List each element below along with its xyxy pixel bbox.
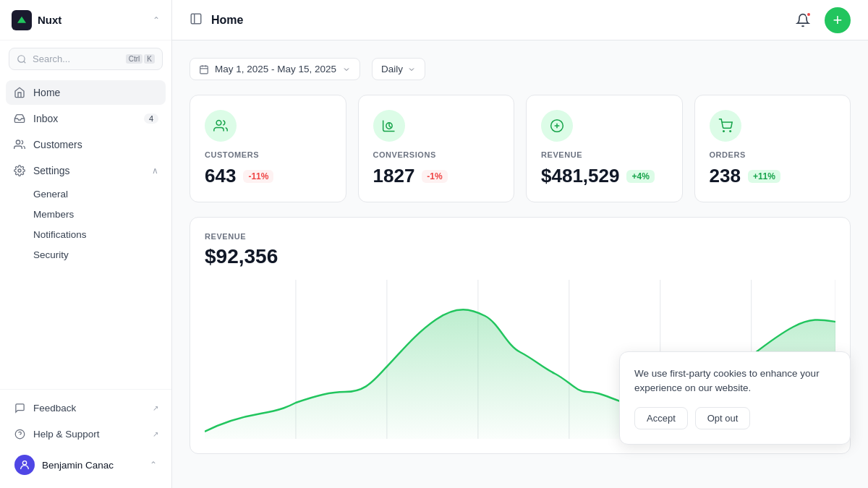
sidebar-item-inbox[interactable]: Inbox 4 <box>6 106 166 131</box>
stat-label-revenue: REVENUE <box>541 150 668 159</box>
notification-dot <box>806 12 812 17</box>
stat-value-row-conversions: 1827 -1% <box>373 165 500 187</box>
settings-submenu: General Members Notifications Security <box>6 184 166 265</box>
stats-grid: CUSTOMERS 643 -11% CONVERSIONS 1827 -1% <box>190 95 851 202</box>
home-icon <box>13 86 26 99</box>
stat-card-customers: CUSTOMERS 643 -11% <box>190 95 346 202</box>
sidebar-item-settings-label: Settings <box>33 165 70 176</box>
svg-rect-7 <box>191 14 201 24</box>
sidebar-item-customers[interactable]: Customers <box>6 132 166 157</box>
shortcut-k: K <box>144 54 155 64</box>
feedback-icon <box>13 401 26 414</box>
sidebar-nav: Home Inbox 4 Customers <box>0 77 171 389</box>
date-range-filter[interactable]: May 1, 2025 - May 15, 2025 <box>190 58 360 80</box>
stat-value-row-revenue: $481,529 +4% <box>541 165 668 187</box>
revenue-chart-label: REVENUE <box>205 232 835 241</box>
app-logo-icon <box>12 10 32 30</box>
sidebar-item-help-label: Help & Support <box>33 429 100 440</box>
sidebar-item-customers-label: Customers <box>33 139 82 150</box>
date-chevron-icon <box>342 65 351 74</box>
sidebar-logo[interactable]: Nuxt <box>12 10 61 30</box>
sidebar-item-help[interactable]: Help & Support ↗ <box>6 421 166 446</box>
cart-icon <box>718 119 733 133</box>
accept-button[interactable]: Accept <box>634 407 688 429</box>
date-range-label: May 1, 2025 - May 15, 2025 <box>215 64 336 74</box>
stat-value-revenue: $481,529 <box>541 165 619 187</box>
search-shortcut: Ctrl K <box>126 54 155 64</box>
app-brand: Nuxt <box>38 14 61 26</box>
settings-chevron-icon: ∧ <box>152 166 158 176</box>
stat-card-conversions: CONVERSIONS 1827 -1% <box>358 95 515 202</box>
stat-label-orders: ORDERS <box>710 150 836 159</box>
optout-button[interactable]: Opt out <box>695 407 751 429</box>
chart-icon <box>382 119 396 133</box>
sidebar-item-notifications[interactable]: Notifications <box>26 225 166 244</box>
sidebar-item-general[interactable]: General <box>26 184 166 204</box>
sidebar-item-inbox-label: Inbox <box>33 113 58 124</box>
user-name: Benjamin Canac <box>42 460 114 471</box>
stat-card-revenue: REVENUE $481,529 +4% <box>526 95 683 202</box>
sidebar-item-home-label: Home <box>33 87 60 98</box>
settings-icon <box>13 164 26 177</box>
inbox-badge: 4 <box>144 114 158 124</box>
svg-point-0 <box>18 55 25 61</box>
svg-point-3 <box>18 169 21 172</box>
help-icon <box>13 427 26 440</box>
svg-point-6 <box>22 461 26 465</box>
stat-icon-conversions <box>373 110 405 142</box>
stat-value-conversions: 1827 <box>373 165 415 187</box>
svg-rect-9 <box>200 66 208 74</box>
period-label: Daily <box>381 64 403 74</box>
sidebar-bottom: Feedback ↗ Help & Support ↗ Benjamin Can… <box>0 389 171 488</box>
notifications-button[interactable] <box>790 7 816 33</box>
cookie-banner: We use first-party cookies to enhance yo… <box>619 351 851 445</box>
page-title: Home <box>211 14 790 27</box>
search-placeholder: Search... <box>33 53 120 64</box>
stat-value-row-customers: 643 -11% <box>205 165 331 187</box>
customers-icon <box>13 138 26 151</box>
stat-badge-customers: -11% <box>243 170 273 183</box>
sidebar-toggle-icon[interactable] <box>190 12 203 28</box>
calendar-icon <box>199 64 209 74</box>
sidebar-header: Nuxt ⌃ <box>0 0 171 40</box>
add-button[interactable]: + <box>825 7 851 33</box>
period-filter[interactable]: Daily <box>372 58 425 80</box>
sidebar-search-bar[interactable]: Search... Ctrl K <box>9 48 163 70</box>
cookie-text: We use first-party cookies to enhance yo… <box>634 367 835 396</box>
stat-icon-orders <box>710 110 741 142</box>
search-icon <box>17 54 27 64</box>
stat-label-conversions: CONVERSIONS <box>373 150 500 159</box>
external-link-icon-2: ↗ <box>153 430 158 438</box>
stat-card-orders: ORDERS 238 +11% <box>694 95 851 202</box>
sidebar-item-members[interactable]: Members <box>26 205 166 224</box>
sidebar: Nuxt ⌃ Search... Ctrl K Home <box>0 0 172 488</box>
header-actions: + <box>790 7 851 33</box>
sidebar-item-security[interactable]: Security <box>26 245 166 265</box>
users-icon <box>213 119 228 133</box>
stat-value-row-orders: 238 +11% <box>710 165 836 187</box>
external-link-icon: ↗ <box>153 404 158 412</box>
sidebar-item-feedback[interactable]: Feedback ↗ <box>6 395 166 420</box>
revenue-chart-value: $92,356 <box>205 245 835 268</box>
sidebar-item-home[interactable]: Home <box>6 80 166 105</box>
brand-chevron-icon[interactable]: ⌃ <box>153 15 160 25</box>
stat-badge-revenue: +4% <box>626 170 654 183</box>
user-section[interactable]: Benjamin Canac ⌃ <box>6 448 166 482</box>
svg-point-18 <box>723 131 724 132</box>
sidebar-item-feedback-label: Feedback <box>33 403 76 414</box>
sidebar-item-settings[interactable]: Settings ∧ <box>6 158 166 183</box>
stat-label-customers: CUSTOMERS <box>205 150 331 159</box>
stat-badge-orders: +11% <box>748 170 780 183</box>
svg-point-2 <box>16 140 20 144</box>
stat-icon-revenue <box>541 110 573 142</box>
stat-badge-conversions: -1% <box>422 170 447 183</box>
main-header: Home + <box>172 0 868 40</box>
user-avatar <box>14 455 35 475</box>
user-chevron-icon: ⌃ <box>150 460 157 470</box>
svg-point-13 <box>216 121 221 126</box>
stat-icon-customers <box>205 110 237 142</box>
cookie-actions: Accept Opt out <box>634 407 835 429</box>
shortcut-ctrl: Ctrl <box>126 54 143 64</box>
dollar-icon <box>550 119 564 133</box>
stat-value-orders: 238 <box>710 165 741 187</box>
